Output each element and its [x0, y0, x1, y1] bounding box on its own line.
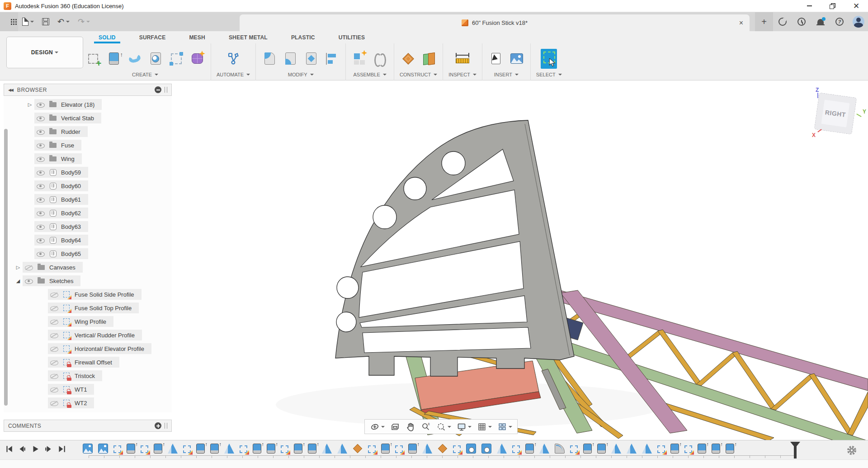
extrude-feature-icon[interactable]: [154, 444, 162, 454]
extrude-feature-icon[interactable]: [597, 444, 606, 454]
modify-group-label[interactable]: MODIFY: [288, 72, 314, 79]
sketch-feature-icon[interactable]: [113, 445, 121, 453]
select-group-label[interactable]: SELECT: [536, 72, 562, 79]
fillet-feature-icon[interactable]: [555, 444, 565, 454]
browser-item-body65[interactable]: Body65: [4, 247, 172, 260]
visibility-eye-off-icon[interactable]: [50, 359, 58, 366]
sketch-feature-icon[interactable]: [368, 445, 376, 453]
view-cube[interactable]: RIGHT: [814, 93, 857, 135]
sketch-feature-icon[interactable]: [657, 445, 665, 453]
extensions-button[interactable]: [773, 12, 792, 31]
play-button[interactable]: [31, 444, 40, 454]
visibility-eye-off-icon[interactable]: [50, 386, 58, 393]
extrude-tool[interactable]: [106, 49, 122, 69]
hole-tool[interactable]: [147, 49, 164, 69]
visibility-eye-icon[interactable]: [37, 155, 45, 163]
notifications-button[interactable]: [811, 12, 830, 31]
tab-solid[interactable]: SOLID: [87, 31, 127, 43]
visibility-eye-icon[interactable]: [37, 142, 45, 149]
automate-tool[interactable]: [225, 49, 241, 69]
visibility-eye-off-icon[interactable]: [50, 291, 58, 298]
extrude-feature-icon[interactable]: [294, 444, 302, 454]
mirror-feature-icon[interactable]: [322, 444, 332, 454]
workspace-switcher[interactable]: DESIGN: [6, 37, 83, 68]
browser-item-fuse[interactable]: Fuse: [4, 138, 172, 152]
visibility-eye-off-icon[interactable]: [25, 264, 33, 271]
expand-arrow-open-icon[interactable]: ◢: [14, 278, 23, 284]
visibility-eye-off-icon[interactable]: [50, 304, 58, 312]
shell-tool[interactable]: [303, 49, 319, 69]
mirror-feature-icon[interactable]: [224, 444, 234, 454]
extrude-feature-icon[interactable]: [267, 444, 275, 454]
extrude-feature-icon[interactable]: [253, 444, 261, 454]
visibility-eye-icon[interactable]: [37, 169, 45, 176]
display-settings-button[interactable]: [454, 420, 474, 434]
comments-panel[interactable]: COMMENTS: [4, 420, 172, 432]
expand-arrow-icon[interactable]: ▷: [25, 102, 34, 108]
canvas-feature-icon[interactable]: [98, 444, 108, 454]
minimize-button[interactable]: [797, 0, 821, 12]
plane-feature-icon[interactable]: [438, 444, 447, 453]
visibility-eye-icon[interactable]: [37, 250, 45, 258]
visibility-eye-icon[interactable]: [37, 196, 45, 203]
inspect-group-label[interactable]: INSPECT: [448, 72, 476, 79]
extrude-feature-icon[interactable]: [308, 444, 316, 454]
zoom-button[interactable]: ±: [418, 420, 434, 434]
joint-tool[interactable]: [372, 49, 388, 69]
insert-group-label[interactable]: INSERT: [494, 72, 519, 79]
plane-feature-icon[interactable]: [353, 444, 362, 453]
help-button[interactable]: ?: [830, 12, 849, 31]
collapse-all-icon[interactable]: [155, 86, 161, 93]
extrude-feature-icon[interactable]: [381, 444, 390, 454]
browser-item-body60[interactable]: Body60: [4, 179, 172, 193]
insert-derive-tool[interactable]: [488, 49, 504, 69]
canvas-feature-icon[interactable]: [83, 444, 93, 454]
extrude-feature-icon[interactable]: [210, 444, 219, 454]
panel-drag-handle[interactable]: [165, 423, 167, 429]
new-tab-button[interactable]: +: [755, 12, 773, 31]
browser-item-vertical-stab[interactable]: Vertical Stab: [4, 111, 172, 125]
extrude-feature-icon[interactable]: [196, 444, 205, 454]
tab-plastic[interactable]: PLASTIC: [279, 31, 327, 43]
tab-surface[interactable]: SURFACE: [127, 31, 178, 43]
browser-item-vertical-rudder-profile[interactable]: Vertical/ Rudder Profile: [4, 328, 172, 342]
visibility-eye-icon[interactable]: [37, 101, 45, 109]
construct-group-label[interactable]: CONSTRUCT: [400, 72, 437, 79]
automate-group-label[interactable]: AUTOMATE: [217, 72, 250, 79]
timeline-position-marker[interactable]: [790, 442, 800, 459]
hole-feature-icon[interactable]: [466, 444, 476, 454]
mirror-feature-icon[interactable]: [611, 444, 621, 454]
redo-button[interactable]: ↷: [74, 12, 94, 31]
visibility-eye-off-icon[interactable]: [50, 345, 58, 353]
mirror-feature-icon[interactable]: [337, 444, 347, 454]
visibility-eye-icon[interactable]: [37, 182, 45, 190]
browser-item-fuse-solid-side-profile[interactable]: Fuse Solid Side Profile: [4, 288, 172, 301]
browser-item-body64[interactable]: Body64: [4, 233, 172, 247]
browser-item-rudder[interactable]: Rudder: [4, 125, 172, 138]
browser-scrollbar[interactable]: [4, 129, 8, 406]
browser-item-fuse-solid-top-profile[interactable]: Fuse Solid Top Profile: [4, 301, 172, 315]
add-comment-icon[interactable]: [155, 422, 161, 429]
sketch-feature-icon[interactable]: [570, 445, 578, 453]
fit-button[interactable]: [434, 420, 454, 434]
visibility-eye-off-icon[interactable]: [50, 318, 58, 326]
sketch-feature-icon[interactable]: [453, 445, 461, 453]
extrude-feature-icon[interactable]: [525, 444, 534, 454]
mirror-feature-icon[interactable]: [627, 444, 637, 454]
mirror-feature-icon[interactable]: [168, 444, 178, 454]
fillet-tool[interactable]: [282, 49, 298, 69]
browser-item-wt2[interactable]: WT2: [4, 396, 172, 410]
form-tool[interactable]: [189, 49, 205, 69]
extrude-feature-icon[interactable]: [670, 444, 679, 454]
mirror-feature-icon[interactable]: [642, 444, 652, 454]
previous-feature-button[interactable]: [18, 444, 27, 454]
file-menu-button[interactable]: [18, 12, 38, 31]
orbit-button[interactable]: [367, 420, 387, 434]
mirror-feature-icon[interactable]: [422, 444, 432, 454]
go-to-end-button[interactable]: [57, 444, 66, 454]
measure-tool[interactable]: [454, 49, 471, 69]
undo-button[interactable]: ↶: [53, 12, 74, 31]
revolve-tool[interactable]: [127, 49, 143, 69]
app-grid-icon[interactable]: [0, 12, 18, 31]
go-to-start-button[interactable]: [5, 444, 14, 454]
